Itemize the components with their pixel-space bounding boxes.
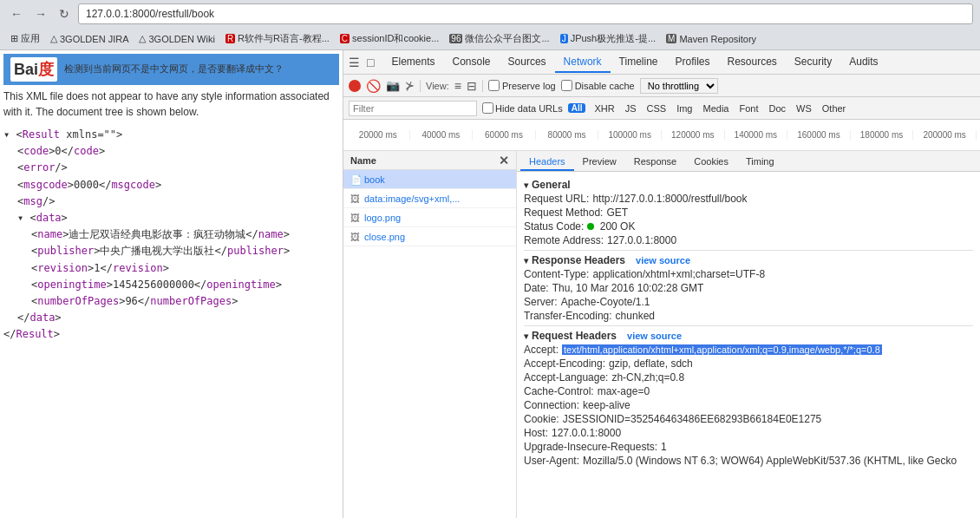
accept-row: Accept: text/html,application/xhtml+xml,… (524, 344, 973, 356)
timeline-label-8: 180000 ms (851, 130, 914, 140)
hide-data-urls-label: Hide data URLs (495, 103, 563, 114)
bookmark-3golden-jira[interactable]: △ 3GOLDEN JIRA (47, 32, 132, 45)
user-agent-row: User-Agent: Mozilla/5.0 (Windows NT 6.3;… (524, 455, 973, 467)
detail-view-icon[interactable]: ⊟ (467, 79, 477, 93)
tab-timeline[interactable]: Timeline (611, 52, 667, 73)
filter-css[interactable]: CSS (644, 103, 670, 114)
preserve-log-checkbox[interactable]: Preserve log (488, 80, 556, 91)
content-type-val: application/xhtml+xml;charset=UTF-8 (592, 268, 765, 280)
response-view-source-link[interactable]: view source (636, 255, 690, 266)
request-item-book[interactable]: 📄 book (343, 170, 516, 189)
tab-resources[interactable]: Resources (719, 52, 786, 73)
bookmark-wechat[interactable]: 96 微信公众平台图文... (446, 31, 552, 46)
view-label: View: (426, 81, 449, 91)
filter-font[interactable]: Font (735, 103, 761, 114)
timeline-label-1: 40000 ms (410, 130, 474, 140)
tab-sources[interactable]: Sources (500, 52, 555, 73)
tab-profiles[interactable]: Profiles (666, 52, 718, 73)
devtools-tabs: ☰ □ Elements Console Sources Network Tim… (343, 50, 980, 75)
timeline-label-4: 100000 ms (598, 130, 662, 140)
back-button[interactable]: ← (7, 5, 26, 23)
hide-data-urls-checkbox[interactable]: Hide data URLs (482, 102, 563, 114)
response-headers-triangle[interactable]: ▾ (524, 256, 528, 266)
request-item-logo[interactable]: 🖼 logo.png (343, 208, 516, 227)
detail-tab-preview[interactable]: Preview (574, 154, 625, 171)
all-badge[interactable]: All (568, 103, 586, 113)
hide-data-urls-input[interactable] (482, 102, 493, 114)
mobile-icon[interactable]: □ (365, 54, 376, 71)
preserve-log-input[interactable] (488, 80, 500, 91)
xml-line-2: <code>0</code> (3, 143, 339, 160)
request-view-source-link[interactable]: view source (627, 331, 682, 341)
inspect-icon[interactable]: ☰ (347, 54, 362, 71)
bookmark-maven[interactable]: M Maven Repository (663, 33, 760, 45)
tab-console[interactable]: Console (444, 52, 500, 73)
list-view-icon[interactable]: ≡ (454, 79, 461, 93)
accept-language-val: zh-CN,zh;q=0.8 (611, 371, 684, 384)
camera-icon[interactable]: 📷 (386, 79, 400, 92)
timeline-label-9: 200000 ms (913, 130, 977, 140)
bookmark-3golden-wiki[interactable]: △ 3GOLDEN Wiki (135, 32, 218, 45)
host-row: Host: 127.0.0.1:8000 (524, 427, 973, 439)
filter-js[interactable]: JS (622, 103, 640, 114)
type-filters: XHR JS CSS Img Media Font Doc WS Other (591, 103, 849, 114)
detail-tab-timing[interactable]: Timing (737, 154, 783, 171)
request-img-icon-1: 🖼 (350, 193, 361, 204)
server-key: Server: (524, 296, 558, 308)
request-item-close[interactable]: 🖼 close.png (343, 227, 516, 246)
record-button[interactable] (349, 80, 361, 92)
cookie-val: JSESSIONID=352546463486EE68293B66184E0E1… (563, 413, 822, 425)
timeline-labels: 20000 ms 40000 ms 60000 ms 80000 ms 1000… (343, 130, 980, 140)
upgrade-insecure-row: Upgrade-Insecure-Requests: 1 (524, 441, 973, 453)
disable-cache-input[interactable] (561, 80, 572, 91)
wiki-icon: △ (139, 33, 146, 44)
request-method-key: Request Method: (524, 207, 603, 219)
tab-security[interactable]: Security (786, 52, 840, 73)
bookmark-jpush[interactable]: J JPush极光推送-提... (557, 31, 659, 46)
detail-tab-cookies[interactable]: Cookies (685, 154, 737, 171)
cache-control-val: max-age=0 (598, 385, 650, 397)
close-details-icon[interactable]: ✕ (499, 154, 509, 167)
reload-button[interactable]: ↻ (56, 5, 73, 23)
main-content: Bai度 检测到当前网页不是中文网页，是否要翻译成中文？ This XML fi… (0, 50, 980, 518)
remote-address-row: Remote Address: 127.0.0.1:8000 (524, 234, 973, 246)
bookmark-sessionid[interactable]: C sessionID和cookie... (336, 31, 443, 46)
request-headers-triangle[interactable]: ▾ (524, 331, 528, 341)
status-code-val: 200 OK (587, 220, 635, 233)
request-url-val: http://127.0.0.1:8000/restfull/book (592, 193, 747, 205)
request-item-data-image[interactable]: 🖼 data:image/svg+xml,... (343, 189, 516, 208)
filter-other[interactable]: Other (819, 103, 850, 114)
accept-key: Accept: (524, 344, 559, 356)
timeline-label-5: 120000 ms (662, 130, 725, 140)
detail-tab-headers[interactable]: Headers (520, 154, 574, 171)
detail-content: ▾ General Request URL: http://127.0.0.1:… (517, 172, 980, 518)
filter-doc[interactable]: Doc (765, 103, 789, 114)
tab-network[interactable]: Network (555, 52, 611, 73)
page-content: Bai度 检测到当前网页不是中文网页，是否要翻译成中文？ This XML fi… (0, 50, 343, 518)
clear-button[interactable]: 🚫 (366, 79, 381, 93)
remote-address-key: Remote Address: (524, 234, 604, 246)
user-agent-val: Mozilla/5.0 (Windows NT 6.3; WOW64) Appl… (583, 455, 957, 467)
disable-cache-checkbox[interactable]: Disable cache (561, 80, 635, 91)
filter-xhr[interactable]: XHR (591, 103, 617, 114)
filter-media[interactable]: Media (699, 103, 732, 114)
cache-control-key: Cache-Control: (524, 385, 594, 397)
tab-audits[interactable]: Audits (840, 52, 886, 73)
filter-ws[interactable]: WS (793, 103, 815, 114)
bookmark-r-software[interactable]: R R软件与R语言-教程... (222, 31, 333, 46)
bookmark-apps[interactable]: ⊞ 应用 (7, 31, 43, 46)
tab-elements[interactable]: Elements (382, 52, 443, 73)
address-bar[interactable]: 127.0.0.1:8000/restfull/book (78, 3, 973, 24)
filter-input[interactable] (349, 101, 477, 116)
forward-button[interactable]: → (31, 5, 50, 23)
filter-icon[interactable]: ⊁ (405, 79, 415, 92)
throttle-select[interactable]: No throttling (640, 78, 718, 94)
cookie-row: Cookie: JSESSIONID=352546463486EE68293B6… (524, 413, 973, 425)
general-triangle[interactable]: ▾ (524, 180, 528, 190)
connection-row: Connection: keep-alive (524, 399, 973, 411)
accept-encoding-val: gzip, deflate, sdch (609, 357, 693, 370)
detail-tab-response[interactable]: Response (625, 154, 686, 171)
filter-img[interactable]: Img (673, 103, 696, 114)
status-code-row: Status Code: 200 OK (524, 220, 973, 233)
wechat-icon: 96 (449, 34, 462, 43)
